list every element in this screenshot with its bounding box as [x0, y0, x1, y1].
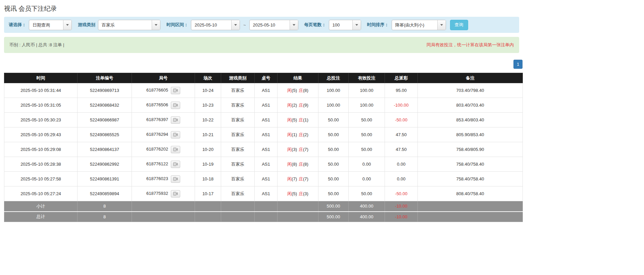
time-cell: 2025-05-10 05:27:58 [4, 172, 78, 186]
game-type-cell: 百家乐 [221, 83, 255, 98]
date-to-value[interactable]: 2025-05-10 [250, 20, 290, 30]
page-1-button[interactable]: 1 [513, 60, 523, 69]
page-size-caret-button[interactable] [352, 20, 361, 30]
date-to-dropdown[interactable]: 2025-05-10 [249, 20, 298, 30]
result-cell: 闲(8)庄(8) [278, 157, 318, 172]
table-body: 2025-05-10 05:31:44 522490869713 6187766… [4, 83, 523, 201]
remark-cell: 758.40/758.40 [418, 157, 523, 172]
pagination: 1 [4, 60, 523, 69]
date-to-caret-button[interactable] [290, 20, 298, 30]
round-id: 618776397 [146, 117, 168, 122]
game-type-cell: 百家乐 [221, 186, 255, 201]
payout-cell: 0.00 [385, 172, 418, 186]
page-size-dropdown[interactable]: 100 [329, 20, 361, 30]
payout-cell: 95.00 [385, 83, 418, 98]
video-replay-button[interactable] [171, 102, 180, 109]
time-cell: 2025-05-10 05:29:43 [4, 127, 78, 142]
page-size-value[interactable]: 100 [329, 20, 352, 30]
column-header: 总投注 [318, 73, 349, 83]
total-bet-link[interactable]: 50.00 [318, 127, 349, 142]
table-no-cell: AS1 [255, 172, 278, 186]
game-type-dropdown[interactable]: 百家乐 [98, 20, 160, 30]
banker-score: (3) [303, 191, 308, 196]
empty-cell [195, 212, 221, 222]
chevron-down-icon [440, 24, 443, 26]
remark-cell: 808.40/758.40 [418, 186, 523, 201]
video-icon [173, 118, 178, 122]
player-score: (2) [292, 103, 297, 108]
subtotal-label: 小计 [4, 201, 78, 212]
total-bet-link[interactable]: 50.00 [318, 113, 349, 127]
round-id: 618776506 [146, 102, 168, 107]
result-cell: 闲(1)庄(2) [278, 127, 318, 142]
video-replay-button[interactable] [171, 161, 180, 168]
total-bet-link[interactable]: 50.00 [318, 142, 349, 157]
table-head-row: 时间注单编号局号场次游戏类别桌号结果总投注有效投注总派彩备注 [4, 73, 523, 83]
remark-cell: 803.40/703.40 [418, 98, 523, 113]
round-cell: 618776294 [132, 127, 195, 142]
round-cell: 618776023 [132, 172, 195, 186]
empty-cell [255, 212, 278, 222]
remark-cell: 805.90/853.40 [418, 127, 523, 142]
betting-records-table: 时间注单编号局号场次游戏类别桌号结果总投注有效投注总派彩备注 2025-05-1… [4, 73, 523, 222]
empty-cell [278, 201, 318, 212]
total-bet-link[interactable]: 50.00 [318, 186, 349, 201]
time-range-label: 时间区间： [166, 22, 188, 28]
select-mode-caret-button[interactable] [63, 20, 71, 30]
total-bet-link[interactable]: 100.00 [318, 83, 349, 98]
empty-cell [221, 212, 255, 222]
column-header: 注单编号 [78, 73, 132, 83]
page-size-label: 每页笔数： [304, 22, 326, 28]
session-cell: 10-20 [195, 142, 221, 157]
video-replay-button[interactable] [171, 87, 180, 94]
round-id: 618776023 [146, 176, 168, 181]
sort-order-value[interactable]: 降幂(由大到小) [392, 20, 437, 30]
select-mode-dropdown[interactable]: 日期查询 [29, 20, 72, 30]
sort-order-caret-button[interactable] [437, 20, 446, 30]
search-button[interactable]: 查询 [450, 20, 468, 30]
round-cell: 618776506 [132, 98, 195, 113]
total-bet-link[interactable]: 50.00 [318, 157, 349, 172]
video-icon [173, 133, 178, 136]
game-type-label: 游戏类别 [78, 22, 95, 28]
session-cell: 10-23 [195, 98, 221, 113]
game-type-cell: 百家乐 [221, 127, 255, 142]
session-cell: 10-21 [195, 127, 221, 142]
sort-order-dropdown[interactable]: 降幂(由大到小) [392, 20, 446, 30]
player-result: 闲 [287, 147, 292, 152]
video-icon [173, 162, 178, 166]
video-icon [173, 177, 178, 181]
payout-cell: -50.00 [385, 113, 418, 127]
total-bet-link[interactable]: 50.00 [318, 172, 349, 186]
video-replay-button[interactable] [171, 116, 180, 124]
table-row: 2025-05-10 05:27:24 522490859894 6187759… [4, 186, 523, 201]
round-cell: 618776122 [132, 157, 195, 172]
video-replay-button[interactable] [171, 146, 180, 153]
player-score: (5) [292, 191, 297, 196]
table-no-cell: AS1 [255, 157, 278, 172]
player-result: 闲 [287, 176, 292, 181]
video-replay-button[interactable] [171, 190, 180, 198]
payout-cell: 0.00 [385, 157, 418, 172]
session-cell: 10-22 [195, 113, 221, 127]
table-no-cell: AS1 [255, 127, 278, 142]
banker-score: (7) [303, 147, 308, 152]
select-mode-value[interactable]: 日期查询 [29, 20, 63, 30]
empty-cell [132, 212, 195, 222]
total-bet-link[interactable]: 100.00 [318, 98, 349, 113]
date-from-dropdown[interactable]: 2025-05-10 [191, 20, 240, 30]
remark-cell: 758.40/758.40 [418, 172, 523, 186]
game-type-value[interactable]: 百家乐 [98, 20, 152, 30]
subtotal-valid-bet: 400.00 [349, 201, 385, 212]
chevron-down-icon [155, 24, 157, 26]
video-replay-button[interactable] [171, 131, 180, 139]
currency-total-info: 币别 : 人民币 | 总共 :8 注单 | [9, 42, 64, 48]
total-total-bet: 500.00 [318, 212, 349, 222]
date-from-value[interactable]: 2025-05-10 [191, 20, 231, 30]
valid-bet-cell: 0.00 [349, 172, 385, 186]
game-type-caret-button[interactable] [152, 20, 160, 30]
round-id: 618776294 [146, 132, 168, 137]
bet-id-cell: 522490861391 [78, 172, 132, 186]
date-from-caret-button[interactable] [231, 20, 240, 30]
video-replay-button[interactable] [171, 175, 180, 183]
